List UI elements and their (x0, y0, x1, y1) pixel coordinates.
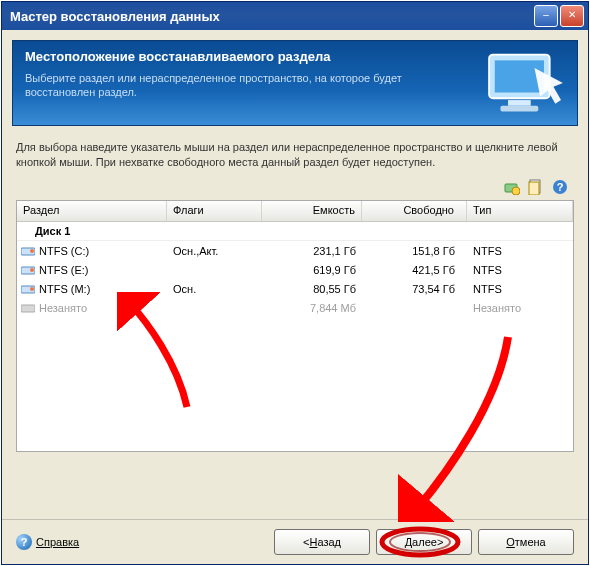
footer: ? Справка < Назад Далее > Отмена (2, 519, 588, 564)
svg-rect-7 (529, 182, 539, 195)
wizard-subtext: Выберите раздел или нераспределенное про… (25, 71, 467, 99)
partition-name: Незанято (39, 302, 87, 314)
table-row[interactable]: NTFS (C:)Осн.,Акт.231,1 Гб151,8 ГбNTFS (17, 241, 573, 260)
partition-type: Незанято (467, 302, 573, 314)
disk-info-icon[interactable] (504, 179, 520, 195)
help-link-area[interactable]: ? Справка (16, 534, 268, 550)
partition-capacity: 7,844 Мб (262, 302, 362, 314)
svg-point-13 (30, 268, 34, 272)
instruction-text: Для выбора наведите указатель мыши на ра… (16, 140, 574, 170)
svg-rect-2 (508, 100, 531, 106)
monitor-icon (483, 49, 569, 119)
partition-free: 151,8 Гб (362, 245, 467, 257)
svg-rect-3 (500, 106, 538, 112)
window-title: Мастер восстановления данных (10, 9, 532, 24)
partition-flags: Осн. (167, 283, 262, 295)
column-headers: Раздел Флаги Емкость Свободно Тип (17, 201, 573, 222)
table-row: Незанято7,844 МбНезанято (17, 298, 573, 317)
partition-type: NTFS (467, 283, 573, 295)
wizard-window: Мастер восстановления данных – ✕ Местопо… (1, 1, 589, 565)
partition-free: 421,5 Гб (362, 264, 467, 276)
properties-icon[interactable] (528, 179, 544, 195)
partition-free: 73,54 Гб (362, 283, 467, 295)
table-row[interactable]: NTFS (E:)619,9 Гб421,5 ГбNTFS (17, 260, 573, 279)
svg-point-5 (512, 187, 520, 195)
partition-capacity: 80,55 Гб (262, 283, 362, 295)
svg-text:?: ? (557, 181, 564, 193)
help-link[interactable]: Справка (36, 536, 79, 548)
content-area: Для выбора наведите указатель мыши на ра… (2, 126, 588, 452)
svg-point-15 (30, 287, 34, 291)
header-flags[interactable]: Флаги (167, 201, 262, 221)
table-row[interactable]: NTFS (M:)Осн.80,55 Гб73,54 ГбNTFS (17, 279, 573, 298)
partition-name: NTFS (E:) (39, 264, 89, 276)
partition-type: NTFS (467, 264, 573, 276)
wizard-heading: Местоположение восстанавливаемого раздел… (25, 49, 467, 64)
partition-name: NTFS (M:) (39, 283, 90, 295)
help-bubble-icon: ? (16, 534, 32, 550)
svg-point-11 (30, 249, 34, 253)
help-icon[interactable]: ? (552, 179, 568, 195)
header-free[interactable]: Свободно (362, 201, 467, 221)
toolbar: ? (16, 176, 574, 198)
partition-type: NTFS (467, 245, 573, 257)
svg-rect-16 (21, 305, 35, 312)
partition-flags: Осн.,Акт. (167, 245, 262, 257)
wizard-header: Местоположение восстанавливаемого раздел… (12, 40, 578, 126)
minimize-button[interactable]: – (534, 5, 558, 27)
header-capacity[interactable]: Емкость (262, 201, 362, 221)
annotation-ring (378, 526, 462, 558)
cancel-button[interactable]: Отмена (478, 529, 574, 555)
svg-point-18 (390, 533, 450, 551)
header-type[interactable]: Тип (467, 201, 573, 221)
header-partition[interactable]: Раздел (17, 201, 167, 221)
partition-capacity: 619,9 Гб (262, 264, 362, 276)
close-button[interactable]: ✕ (560, 5, 584, 27)
back-button[interactable]: < Назад (274, 529, 370, 555)
partition-list: Раздел Флаги Емкость Свободно Тип Диск 1… (16, 200, 574, 452)
partition-name: NTFS (C:) (39, 245, 89, 257)
disk-group: Диск 1 (17, 222, 573, 241)
partition-capacity: 231,1 Гб (262, 245, 362, 257)
title-bar: Мастер восстановления данных – ✕ (2, 2, 588, 30)
